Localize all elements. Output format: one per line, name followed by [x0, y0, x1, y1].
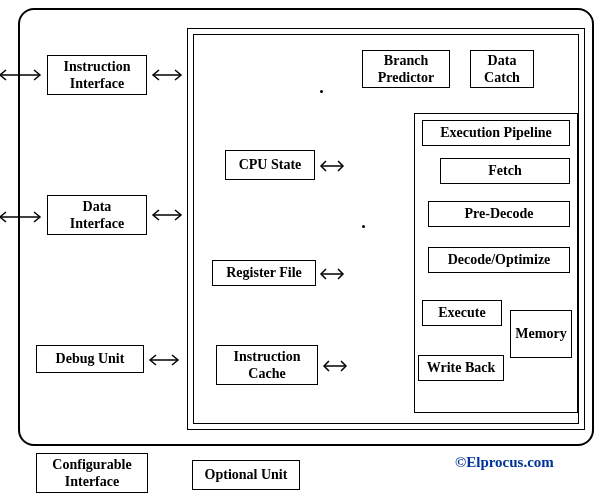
- branch-predictor-box: BranchPredictor: [362, 50, 450, 88]
- label: Debug Unit: [56, 350, 125, 368]
- label: Memory: [515, 325, 566, 343]
- data-catch-box: DataCatch: [470, 50, 534, 88]
- bidir-arrow-icon: [0, 210, 44, 224]
- label: CPU State: [239, 156, 302, 174]
- dot-icon: [362, 225, 365, 228]
- label: Register File: [226, 264, 302, 282]
- cpu-state-box: CPU State: [225, 150, 315, 180]
- instruction-cache-box: InstructionCache: [216, 345, 318, 385]
- label: Optional Unit: [205, 466, 288, 484]
- credit-text: ©Elprocus.com: [455, 454, 554, 471]
- debug-unit-box: Debug Unit: [36, 345, 144, 373]
- label: Execute: [438, 304, 485, 322]
- label: DataCatch: [484, 52, 520, 87]
- label: Fetch: [488, 162, 521, 180]
- register-file-box: Register File: [212, 260, 316, 286]
- execution-pipeline-box: Execution Pipeline: [422, 120, 570, 146]
- bidir-arrow-icon: [317, 267, 347, 281]
- instruction-interface-box: InstructionInterface: [47, 55, 147, 95]
- dot-icon: [320, 90, 323, 93]
- fetch-box: Fetch: [440, 158, 570, 184]
- decode-optimize-box: Decode/Optimize: [428, 247, 570, 273]
- label: Pre-Decode: [465, 205, 534, 223]
- label: InstructionInterface: [64, 58, 131, 93]
- execute-box: Execute: [422, 300, 502, 326]
- data-interface-box: DataInterface: [47, 195, 147, 235]
- bidir-arrow-icon: [149, 208, 185, 222]
- label: BranchPredictor: [378, 52, 435, 87]
- label: Write Back: [427, 359, 496, 377]
- bidir-arrow-icon: [0, 68, 44, 82]
- pre-decode-box: Pre-Decode: [428, 201, 570, 227]
- label: Execution Pipeline: [440, 124, 552, 142]
- label: Decode/Optimize: [448, 251, 551, 269]
- bidir-arrow-icon: [320, 359, 350, 373]
- label: ConfigurableInterface: [52, 456, 131, 491]
- bidir-arrow-icon: [146, 353, 182, 367]
- optional-unit-legend: Optional Unit: [192, 460, 300, 490]
- label: DataInterface: [70, 198, 124, 233]
- bidir-arrow-icon: [149, 68, 185, 82]
- label: InstructionCache: [234, 348, 301, 383]
- bidir-arrow-icon: [317, 159, 347, 173]
- memory-box: Memory: [510, 310, 572, 358]
- write-back-box: Write Back: [418, 355, 504, 381]
- configurable-interface-legend: ConfigurableInterface: [36, 453, 148, 493]
